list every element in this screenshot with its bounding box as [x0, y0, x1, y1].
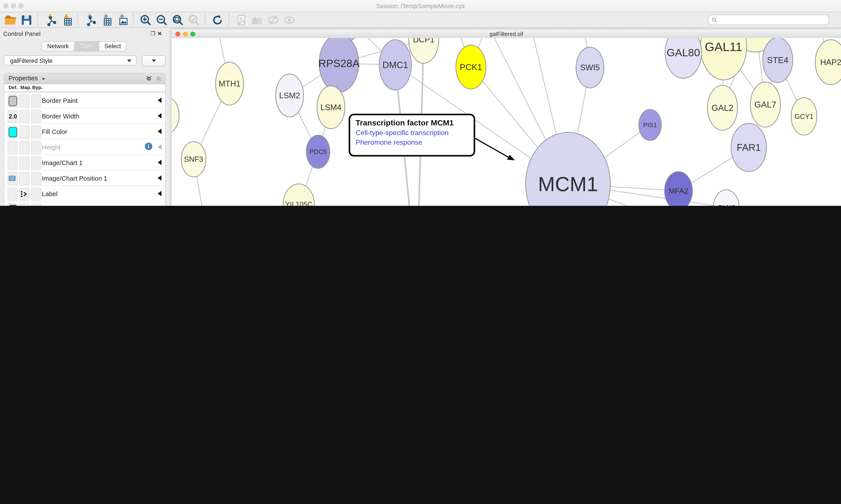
zoom-fit-icon[interactable]: [171, 13, 184, 26]
property-row-image-chart-position-1[interactable]: Image/Chart Position 1: [4, 170, 165, 185]
network-node-LSM2[interactable]: LSM2: [276, 74, 304, 117]
network-node-PCK1[interactable]: PCK1: [456, 45, 486, 89]
network-node-CLN3[interactable]: CLN3: [713, 190, 739, 206]
import-table-icon[interactable]: [59, 13, 72, 26]
expand-property-icon[interactable]: [158, 160, 161, 165]
mapping-cell[interactable]: [19, 110, 30, 123]
tab-select[interactable]: Select: [99, 41, 127, 52]
properties-header[interactable]: Properties: [4, 74, 165, 84]
network-node-HAP2[interactable]: HAP2: [815, 40, 841, 85]
network-node-GAL7[interactable]: GAL7: [750, 82, 780, 127]
style-options-button[interactable]: [142, 55, 166, 66]
window-close-icon[interactable]: [3, 3, 8, 8]
expand-property-icon[interactable]: [158, 191, 161, 196]
property-row-fill-color[interactable]: Fill Color: [4, 123, 165, 139]
property-row-label-color[interactable]: Label Color: [4, 201, 165, 206]
zoom-in-icon[interactable]: [139, 13, 152, 26]
bypass-cell[interactable]: [31, 110, 41, 123]
bypass-cell[interactable]: [31, 125, 41, 138]
expand-property-icon[interactable]: [158, 144, 161, 149]
bypass-cell[interactable]: [31, 157, 41, 169]
mapping-cell[interactable]: [19, 172, 30, 185]
svg-text:GAL2: GAL2: [712, 103, 733, 112]
network-node-DMC1[interactable]: DMC1: [379, 40, 411, 90]
float-panel-icon[interactable]: ❐: [150, 31, 158, 37]
zoom-icon[interactable]: [190, 32, 195, 36]
svg-text:GAL7: GAL7: [754, 100, 776, 109]
close-panel-icon[interactable]: ✕: [158, 31, 164, 37]
mapping-cell[interactable]: [19, 187, 30, 201]
default-cell[interactable]: [7, 187, 18, 201]
property-row-height[interactable]: Heighti: [4, 139, 165, 154]
network-node-PIS1[interactable]: PIS1: [639, 109, 661, 141]
default-cell[interactable]: [7, 141, 18, 154]
window-minimize-icon[interactable]: [11, 3, 16, 8]
expand-property-icon[interactable]: [158, 129, 161, 134]
network-node-DCP1[interactable]: DCP1: [409, 38, 439, 63]
network-node-STE4[interactable]: STE4: [763, 38, 793, 83]
export-image-icon[interactable]: [115, 13, 128, 26]
export-table-icon[interactable]: [99, 13, 112, 26]
network-node-MFA2[interactable]: MFA2: [664, 172, 692, 206]
network-node-LSM4[interactable]: LSM4: [317, 86, 345, 129]
mapping-cell[interactable]: [19, 141, 30, 154]
network-node-GAL2[interactable]: GAL2: [708, 85, 737, 130]
property-row-border-paint[interactable]: Border Paint: [4, 92, 165, 108]
bypass-cell[interactable]: [31, 203, 41, 206]
import-network-icon[interactable]: [43, 13, 56, 26]
property-row-label[interactable]: Label: [4, 185, 165, 201]
expand-all-icon[interactable]: [145, 75, 153, 82]
export-network-icon[interactable]: [83, 13, 96, 26]
default-cell[interactable]: [7, 172, 18, 185]
collapse-all-icon[interactable]: [155, 75, 162, 82]
refresh-icon[interactable]: [211, 13, 223, 26]
default-cell[interactable]: [7, 203, 18, 206]
mapping-cell[interactable]: [19, 125, 30, 138]
network-node-SNF3[interactable]: SNF3: [181, 142, 206, 177]
network-node-SWI5[interactable]: SWI5: [576, 47, 604, 88]
network-node-PDC5[interactable]: PDC5: [306, 135, 330, 168]
network-node-FAR1[interactable]: FAR1: [731, 123, 767, 172]
search-icon: [712, 17, 718, 23]
property-row-border-width[interactable]: 2.0Border Width: [4, 108, 165, 123]
mapping-cell[interactable]: [19, 157, 30, 169]
network-node-leftYellow[interactable]: [172, 98, 179, 133]
save-session-icon[interactable]: [20, 13, 33, 26]
default-cell[interactable]: 2.0: [7, 110, 18, 123]
style-selector[interactable]: galFiltered Style: [4, 55, 137, 66]
mapping-cell[interactable]: [19, 203, 30, 206]
mapping-cell[interactable]: [19, 94, 30, 107]
tab-network[interactable]: Network: [41, 41, 75, 52]
search-input[interactable]: [718, 16, 822, 23]
network-node-RPS28A[interactable]: RPS28A: [319, 38, 360, 92]
bypass-cell[interactable]: [31, 94, 41, 107]
network-node-GAL80[interactable]: GAL80: [665, 38, 702, 78]
expand-property-icon[interactable]: [158, 113, 161, 119]
annotation-box[interactable]: Transcription factor MCM1 Cell-type-spec…: [349, 114, 475, 157]
tab-style[interactable]: Style: [75, 41, 99, 52]
bypass-cell[interactable]: [31, 172, 41, 185]
network-node-YIL105C[interactable]: YIL105C: [283, 184, 314, 206]
default-cell[interactable]: [7, 94, 18, 107]
expand-property-icon[interactable]: [158, 175, 161, 181]
open-session-icon[interactable]: [4, 13, 17, 26]
network-window: galFiltered.sif DCP1DMC1RPS28APCK1MTH1LS…: [172, 30, 841, 206]
zoom-out-icon[interactable]: [155, 13, 168, 26]
info-icon[interactable]: i: [145, 143, 152, 150]
network-node-MTH1[interactable]: MTH1: [215, 62, 243, 105]
network-canvas[interactable]: DCP1DMC1RPS28APCK1MTH1LSM2LSM4SNF3PDC5YI…: [172, 38, 841, 206]
minimize-icon[interactable]: [183, 32, 188, 36]
close-icon[interactable]: [175, 32, 180, 36]
bypass-cell[interactable]: [31, 141, 41, 154]
default-cell[interactable]: [7, 125, 18, 138]
default-cell[interactable]: [7, 157, 18, 169]
bypass-cell[interactable]: [31, 187, 41, 201]
svg-text:SNF3: SNF3: [184, 155, 203, 163]
network-node-MCM1[interactable]: MCM1: [526, 132, 610, 206]
property-row-image-chart-1[interactable]: Image/Chart 1: [4, 154, 165, 170]
network-node-GAL11[interactable]: GAL11: [700, 38, 747, 80]
network-node-GCY1[interactable]: GCY1: [791, 98, 817, 135]
search-box[interactable]: [708, 15, 829, 25]
expand-property-icon[interactable]: [158, 98, 161, 103]
window-zoom-icon[interactable]: [18, 3, 23, 8]
